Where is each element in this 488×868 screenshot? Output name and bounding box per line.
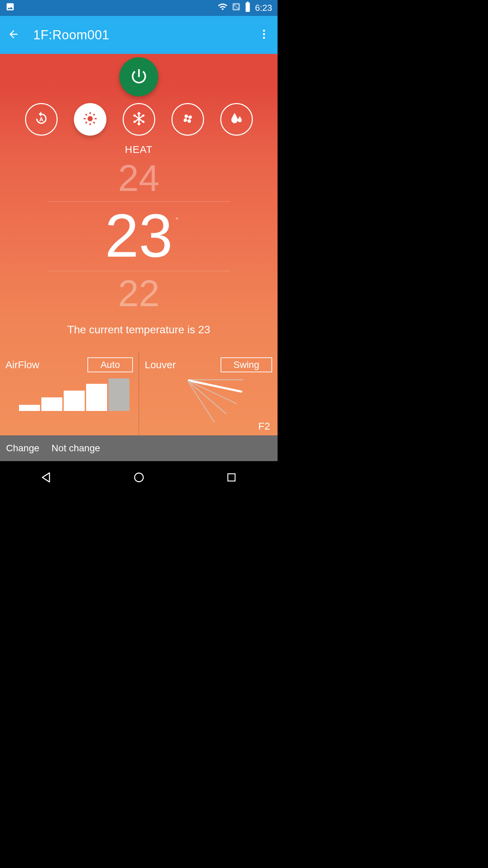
overflow-menu-button[interactable] <box>258 28 270 42</box>
airflow-bar-1 <box>19 405 40 411</box>
not-change-button[interactable]: Not change <box>52 443 100 454</box>
airflow-bar-3 <box>64 391 85 411</box>
airflow-bars <box>19 378 133 411</box>
android-status-bar: 6:23 <box>0 0 278 16</box>
change-bar: Change Not change <box>0 435 278 461</box>
svg-point-0 <box>263 30 265 32</box>
temp-divider <box>47 271 230 271</box>
svg-line-9 <box>85 114 87 115</box>
nav-home-button[interactable] <box>127 472 151 483</box>
change-button[interactable]: Change <box>6 443 39 454</box>
picture-icon <box>5 2 15 14</box>
temp-current: 23 <box>105 201 172 270</box>
main-panel: A HEAT 24 23 ° <box>0 54 278 461</box>
svg-point-4 <box>87 116 93 121</box>
status-time: 6:23 <box>255 3 272 13</box>
wifi-icon <box>218 2 228 14</box>
no-sim-icon <box>232 2 241 14</box>
svg-line-12 <box>93 114 95 115</box>
power-button[interactable] <box>119 57 158 96</box>
auto-icon: A <box>34 111 49 128</box>
svg-point-1 <box>263 33 265 35</box>
svg-point-19 <box>135 473 143 482</box>
android-nav-bar <box>0 461 278 494</box>
mode-label: HEAT <box>125 144 153 155</box>
temp-status-text: The current temperature is 23 <box>67 323 210 336</box>
sun-icon <box>82 111 98 128</box>
svg-line-18 <box>189 382 214 422</box>
svg-rect-20 <box>228 474 235 481</box>
temperature-picker[interactable]: 24 23 ° 22 <box>0 159 278 312</box>
mode-cool-button[interactable] <box>123 103 155 136</box>
fan-icon <box>180 111 196 128</box>
svg-line-15 <box>189 380 241 392</box>
power-icon <box>129 67 148 87</box>
mode-heat-button[interactable] <box>74 103 106 136</box>
bottom-panels: AirFlow Auto Louver Swing <box>0 351 278 435</box>
airflow-bar-5 <box>108 378 129 411</box>
airflow-title: AirFlow <box>5 359 39 371</box>
mode-row: A <box>25 103 253 136</box>
mode-fan-button[interactable] <box>171 103 204 136</box>
degree-symbol: ° <box>176 217 178 224</box>
mode-dry-button[interactable] <box>220 103 253 136</box>
svg-point-13 <box>186 118 189 120</box>
battery-icon <box>245 2 251 14</box>
page-title: 1F:Room001 <box>33 28 109 42</box>
droplet-icon <box>229 111 244 128</box>
airflow-bar-2 <box>41 397 62 411</box>
louver-badge: Swing <box>221 357 272 372</box>
mode-auto-button[interactable]: A <box>25 103 58 136</box>
temp-above: 24 <box>118 159 159 197</box>
svg-line-10 <box>93 122 95 123</box>
svg-text:A: A <box>39 116 43 123</box>
airflow-bar-4 <box>86 384 107 411</box>
louver-title: Louver <box>145 359 176 371</box>
nav-recent-button[interactable] <box>220 472 243 483</box>
app-bar: 1F:Room001 <box>0 16 278 54</box>
snowflake-icon <box>131 111 147 128</box>
airflow-panel[interactable]: AirFlow Auto <box>0 351 138 435</box>
svg-line-11 <box>85 122 87 123</box>
svg-point-2 <box>263 37 265 39</box>
louver-position: F2 <box>258 420 270 432</box>
temp-below: 22 <box>118 275 159 312</box>
back-button[interactable] <box>7 28 20 42</box>
louver-panel[interactable]: Louver Swing F2 <box>139 351 278 435</box>
nav-back-button[interactable] <box>35 471 58 484</box>
airflow-badge: Auto <box>87 357 133 372</box>
